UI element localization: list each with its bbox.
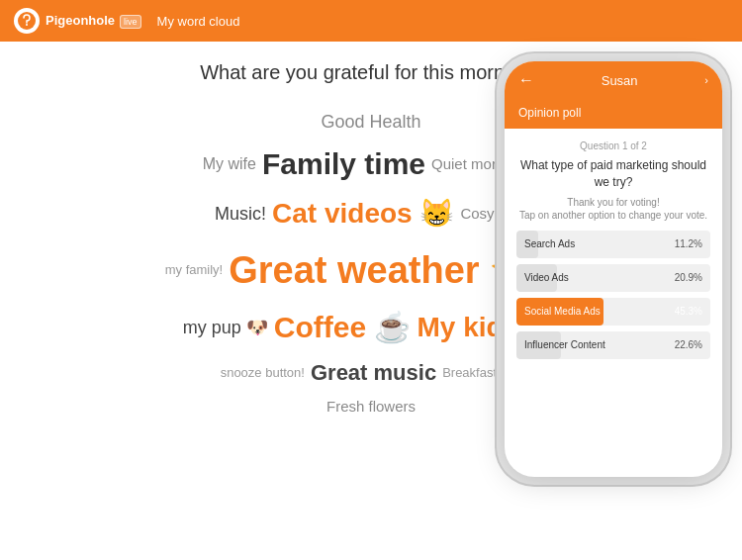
- logo-icon: [14, 8, 40, 34]
- poll-option[interactable]: Search Ads11.2%: [516, 231, 710, 258]
- poll-option-pct: 22.6%: [675, 339, 710, 350]
- phone-change-hint: Tap on another option to change your vot…: [516, 210, 710, 221]
- phone-thanks: Thank you for voting!: [516, 197, 710, 208]
- phone-subtitle-bar: Opinion poll: [505, 99, 722, 129]
- phone-subtitle: Opinion poll: [518, 106, 581, 120]
- chevron-right-icon: ›: [704, 74, 708, 86]
- poll-option[interactable]: Social Media Ads45.3%: [516, 298, 710, 326]
- main-content: What are you grateful for this morning? …: [0, 42, 742, 560]
- phone-mockup: ← Susan › Opinion poll Question 1 of 2 W…: [505, 61, 722, 477]
- poll-option[interactable]: Influencer Content22.6%: [516, 331, 710, 359]
- poll-option-label: Video Ads: [516, 272, 675, 283]
- phone-header: ← Susan ›: [505, 61, 722, 99]
- wc-my-family: my family!: [165, 260, 224, 281]
- phone-question-text: What type of paid marketing should we tr…: [516, 157, 710, 191]
- wc-music: Music!: [215, 200, 266, 229]
- logo-area: Pigeonhole live: [14, 8, 141, 34]
- poll-option[interactable]: Video Ads20.9%: [516, 264, 710, 292]
- wc-fresh-flowers: Fresh flowers: [326, 395, 416, 419]
- app-header: Pigeonhole live My word cloud: [0, 0, 742, 42]
- poll-option-pct: 11.2%: [675, 238, 710, 249]
- phone-body: Question 1 of 2 What type of paid market…: [505, 129, 722, 377]
- wc-family-time: Family time: [262, 140, 425, 188]
- wc-great-weather: Great weather ☀️: [229, 240, 536, 301]
- phone-question-num: Question 1 of 2: [516, 140, 710, 151]
- logo-name-text: Pigeonhole: [46, 13, 115, 28]
- poll-option-pct: 45.3%: [675, 306, 710, 317]
- logo-name: Pigeonhole live: [46, 13, 141, 29]
- wc-cat-videos: Cat videos 😸: [272, 192, 454, 236]
- poll-option-pct: 20.9%: [675, 272, 710, 283]
- svg-point-1: [26, 24, 28, 26]
- poll-option-label: Influencer Content: [516, 339, 675, 350]
- wc-snooze: snooze button!: [221, 363, 305, 384]
- poll-option-label: Search Ads: [516, 238, 675, 249]
- wc-good-health: Good Health: [321, 108, 420, 137]
- phone-user: Susan: [602, 73, 638, 88]
- poll-options: Search Ads11.2%Video Ads20.9%Social Medi…: [516, 231, 710, 359]
- poll-option-label: Social Media Ads: [516, 306, 675, 317]
- header-title: My word cloud: [157, 14, 240, 29]
- back-icon[interactable]: ←: [518, 71, 534, 89]
- wc-great-music: Great music: [311, 355, 436, 390]
- wc-my-kids: My kids: [417, 306, 519, 350]
- wc-coffee: Coffee ☕: [274, 304, 412, 351]
- wc-my-wife: My wife: [203, 151, 256, 177]
- logo-live-badge: live: [120, 15, 141, 29]
- wc-my-pup: my pup 🐶: [183, 314, 268, 342]
